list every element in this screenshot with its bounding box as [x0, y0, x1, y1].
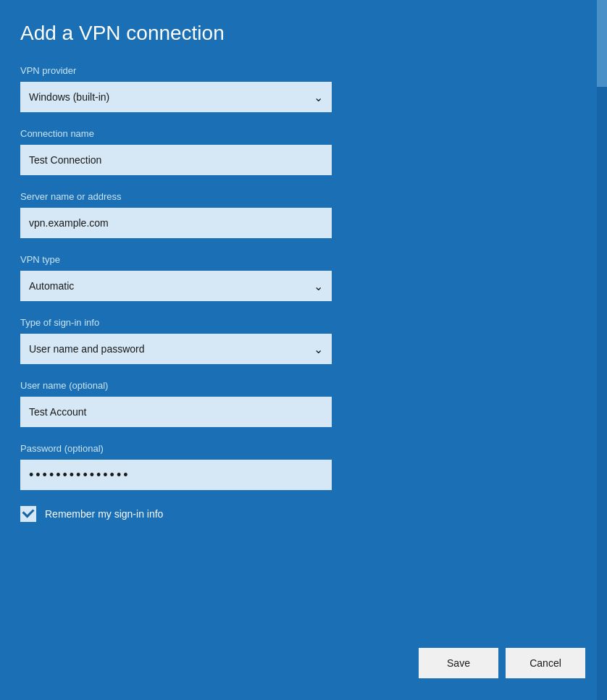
vpn-provider-group: VPN provider Windows (built-in) Add a VP…: [20, 65, 575, 112]
vpn-provider-select[interactable]: Windows (built-in) Add a VPN connection: [20, 82, 332, 112]
vpn-type-select[interactable]: Automatic PPTP L2TP/IPsec with certifica…: [20, 271, 332, 301]
username-group: User name (optional): [20, 380, 575, 427]
page-title: Add a VPN connection: [20, 22, 575, 45]
footer-buttons: Save Cancel: [419, 648, 585, 678]
server-name-input[interactable]: [20, 208, 332, 238]
vpn-type-select-wrapper: Automatic PPTP L2TP/IPsec with certifica…: [20, 271, 332, 301]
password-label: Password (optional): [20, 443, 575, 454]
content-area: Add a VPN connection VPN provider Window…: [0, 0, 597, 700]
page-container: Add a VPN connection VPN provider Window…: [0, 0, 607, 700]
vpn-type-label: VPN type: [20, 254, 575, 265]
cancel-button[interactable]: Cancel: [506, 648, 585, 678]
server-name-label: Server name or address: [20, 191, 575, 202]
signin-type-group: Type of sign-in info User name and passw…: [20, 317, 575, 364]
remember-signin-checkbox-wrapper: [20, 506, 36, 522]
connection-name-input[interactable]: [20, 145, 332, 175]
save-button[interactable]: Save: [419, 648, 498, 678]
password-group: Password (optional): [20, 443, 575, 490]
connection-name-group: Connection name: [20, 128, 575, 175]
signin-type-label: Type of sign-in info: [20, 317, 575, 328]
server-name-group: Server name or address: [20, 191, 575, 238]
password-input[interactable]: [20, 460, 332, 490]
remember-signin-checkbox[interactable]: [20, 506, 36, 522]
signin-type-select-wrapper: User name and password Smart card One-ti…: [20, 334, 332, 364]
remember-signin-label: Remember my sign-in info: [45, 508, 163, 520]
scrollbar-thumb: [597, 0, 607, 87]
vpn-provider-select-wrapper: Windows (built-in) Add a VPN connection …: [20, 82, 332, 112]
signin-type-select[interactable]: User name and password Smart card One-ti…: [20, 334, 332, 364]
vpn-type-group: VPN type Automatic PPTP L2TP/IPsec with …: [20, 254, 575, 301]
remember-signin-group: Remember my sign-in info: [20, 506, 575, 522]
connection-name-label: Connection name: [20, 128, 575, 139]
vpn-provider-label: VPN provider: [20, 65, 575, 76]
scrollbar[interactable]: [597, 0, 607, 700]
username-label: User name (optional): [20, 380, 575, 391]
username-input[interactable]: [20, 397, 332, 427]
